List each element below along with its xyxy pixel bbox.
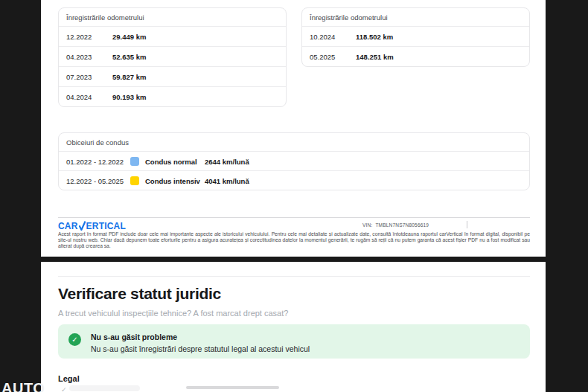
legend-swatch-blue	[130, 157, 139, 166]
vin-label: VIN:	[362, 222, 372, 228]
pdf-page-1: Înregistrările odometrului 12.2022 29.44…	[41, 0, 546, 257]
check-icon: ✓	[61, 386, 67, 392]
table-row: 01.2022 - 12.2022 Condus normal 2644 km/…	[59, 151, 529, 170]
odometer-date: 07.2023	[66, 73, 112, 81]
page-title: Verificare statut juridic	[58, 285, 221, 303]
logo-text-car: CAR	[58, 221, 78, 231]
odometer-table-left: Înregistrările odometrului 12.2022 29.44…	[58, 7, 287, 107]
redacted-value-bar	[186, 386, 279, 389]
table-row: 05.2025 148.251 km	[302, 46, 529, 66]
odometer-value: 148.251 km	[356, 53, 394, 61]
odometer-cards-row: Înregistrările odometrului 12.2022 29.44…	[58, 7, 530, 107]
driving-habits-table: Obiceiuri de condus 01.2022 - 12.2022 Co…	[58, 132, 530, 190]
vin-line: VIN:TMBLN7NS7N8056619	[362, 222, 429, 228]
check-circle-icon: ✓	[68, 333, 81, 346]
odometer-date: 05.2025	[310, 53, 356, 61]
habit-value: 2644 km/lună	[205, 158, 249, 166]
table-row: 10.2024 118.502 km	[302, 26, 529, 46]
odometer-right-title: Înregistrările odometrului	[302, 8, 529, 26]
carvertical-logo: CAR ERTICAL	[58, 221, 126, 231]
table-row: 04.2024 90.193 km	[59, 86, 286, 106]
odometer-date: 10.2024	[310, 33, 356, 41]
habit-period: 01.2022 - 12.2022	[66, 158, 130, 166]
habit-period: 12.2022 - 05.2025	[66, 177, 130, 185]
odometer-value: 59.827 km	[112, 73, 146, 81]
habit-label: Condus normal	[145, 158, 205, 166]
odometer-left-title: Înregistrările odometrului	[59, 8, 286, 26]
table-row: 12.2022 - 05.2025 Condus intensiv 4041 k…	[59, 170, 529, 190]
odometer-value: 90.193 km	[112, 93, 146, 101]
logo-text-ertical: ERTICAL	[86, 221, 126, 231]
odometer-value: 118.502 km	[356, 33, 393, 41]
vin-separator	[467, 221, 467, 228]
footer-divider	[58, 217, 530, 218]
habit-value: 4041 km/lună	[205, 177, 249, 185]
table-row: 12.2022 29.449 km	[59, 26, 286, 46]
status-success-banner: ✓ Nu s-au găsit probleme Nu s-au găsit î…	[58, 324, 530, 359]
watermark-logo: AUTO	[1, 380, 45, 392]
odometer-date: 12.2022	[66, 33, 112, 41]
checkmark-v-icon	[79, 221, 86, 231]
footer-disclaimer: Acest raport în format PDF include doar …	[58, 231, 530, 249]
vin-value: TMBLN7NS7N8056619	[375, 222, 429, 228]
legal-section-label: Legal	[58, 374, 80, 383]
odometer-value: 29.449 km	[112, 33, 146, 41]
pdf-page-2: Verificare statut juridic A trecut vehic…	[41, 262, 546, 392]
legend-swatch-yellow	[130, 176, 139, 185]
success-description: Nu s-au găsit înregistrări despre statut…	[91, 344, 310, 353]
driving-habits-title: Obiceiuri de condus	[59, 133, 529, 151]
odometer-value: 52.635 km	[112, 53, 146, 61]
table-row: 07.2023 59.827 km	[59, 66, 286, 86]
odometer-table-right: Înregistrările odometrului 10.2024 118.5…	[301, 7, 530, 67]
page-subtitle: A trecut vehiculul inspecțiile tehnice? …	[58, 309, 288, 318]
section-divider	[58, 276, 530, 277]
redacted-text-ghost	[69, 385, 140, 391]
habit-label: Condus intensiv	[145, 177, 205, 185]
odometer-date: 04.2023	[66, 53, 112, 61]
success-title: Nu s-au găsit probleme	[91, 332, 177, 341]
odometer-date: 04.2024	[66, 93, 112, 101]
table-row: 04.2023 52.635 km	[59, 46, 286, 66]
